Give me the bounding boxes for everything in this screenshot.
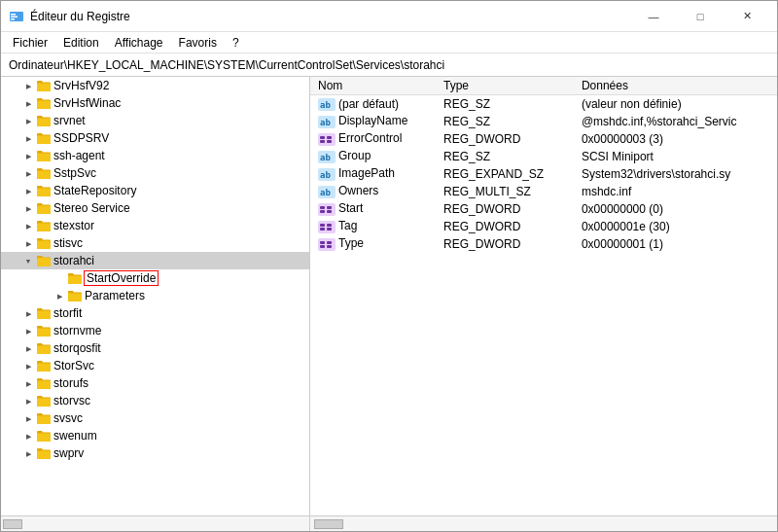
tree-item-storqosfit[interactable]: storqosfit <box>1 339 309 357</box>
expand-icon <box>20 362 36 371</box>
tree-item-stornvme[interactable]: stornvme <box>1 322 309 339</box>
tree-item-storufs[interactable]: storufs <box>1 374 309 392</box>
tree-item-StartOverride[interactable]: StartOverride <box>1 269 309 287</box>
expand-icon <box>20 309 36 318</box>
table-row[interactable]: ErrorControlREG_DWORD0x00000003 (3) <box>310 130 777 148</box>
folder-icon <box>36 306 52 320</box>
window-title: Éditeur du Registre <box>30 10 130 23</box>
table-row[interactable]: TagREG_DWORD0x0000001e (30) <box>310 218 777 235</box>
menu-favoris[interactable]: Favoris <box>171 34 225 52</box>
tree-item-StereoService[interactable]: Stereo Service <box>1 199 309 217</box>
maximize-button[interactable]: □ <box>678 7 723 26</box>
tree-item-stisvc[interactable]: stisvc <box>1 234 309 252</box>
table-row[interactable]: abDisplayNameREG_SZ@mshdc.inf,%storahci_… <box>310 113 777 130</box>
svg-text:ab: ab <box>320 188 331 197</box>
title-bar: Éditeur du Registre — □ ✕ <box>1 1 777 32</box>
title-bar-left: Éditeur du Registre <box>9 9 130 24</box>
svg-rect-31 <box>320 245 325 248</box>
cell-name: abGroup <box>310 148 436 165</box>
cell-data: @mshdc.inf,%storahci_Servic <box>574 113 777 130</box>
cell-data: 0x00000001 (1) <box>574 235 777 253</box>
menu-help[interactable]: ? <box>225 34 247 52</box>
tree-item-stexstor[interactable]: stexstor <box>1 217 309 234</box>
tree-item-storahci[interactable]: storahci <box>1 252 309 269</box>
folder-icon <box>36 149 52 162</box>
svg-rect-10 <box>320 140 325 143</box>
tree-item-svsvc[interactable]: svsvc <box>1 409 309 427</box>
cell-name: abImagePath <box>310 165 436 183</box>
tree-item-ssh-agent[interactable]: ssh-agent <box>1 147 309 164</box>
address-path[interactable]: Ordinateur\HKEY_LOCAL_MACHINE\SYSTEM\Cur… <box>5 58 448 72</box>
svg-text:ab: ab <box>320 170 331 180</box>
expand-icon <box>20 257 36 266</box>
detail-pane[interactable]: Nom Type Données ab(par défaut)REG_SZ(va… <box>310 77 777 515</box>
tree-label: Stereo Service <box>53 201 130 215</box>
tree-item-StateRepository[interactable]: StateRepository <box>1 182 309 199</box>
tree-item-StorSvc[interactable]: StorSvc <box>1 357 309 374</box>
tree-item-SstpSvc[interactable]: SstpSvc <box>1 164 309 182</box>
tree-pane[interactable]: SrvHsfV92 SrvHsfWinac srvnet <box>1 77 310 515</box>
svg-rect-11 <box>327 136 332 139</box>
svg-rect-9 <box>320 136 325 139</box>
horizontal-scrollbar-area <box>1 515 777 531</box>
expand-icon <box>20 449 36 458</box>
table-row[interactable]: abOwnersREG_MULTI_SZmshdc.inf <box>310 183 777 200</box>
menu-fichier[interactable]: Fichier <box>5 34 55 52</box>
cell-name: abOwners <box>310 183 436 200</box>
expand-icon <box>20 432 36 441</box>
folder-icon <box>36 394 52 408</box>
folder-icon <box>36 341 52 355</box>
table-row[interactable]: abGroupREG_SZSCSI Miniport <box>310 148 777 165</box>
table-row[interactable]: abImagePathREG_EXPAND_SZSystem32\drivers… <box>310 165 777 183</box>
hscroll-thumb[interactable] <box>3 519 22 529</box>
tree-hscroll[interactable] <box>1 516 310 531</box>
expand-icon <box>20 117 36 125</box>
folder-icon <box>36 324 52 337</box>
folder-icon <box>36 219 52 232</box>
app-icon <box>9 9 24 24</box>
close-button[interactable]: ✕ <box>725 7 769 26</box>
tree-item-srvnet[interactable]: srvnet <box>1 112 309 129</box>
cell-name: ErrorControl <box>310 130 436 148</box>
table-row[interactable]: StartREG_DWORD0x00000000 (0) <box>310 200 777 218</box>
tree-item-storfit[interactable]: storfit <box>1 304 309 322</box>
hscroll-thumb[interactable] <box>314 519 343 529</box>
tree-item-swprv[interactable]: swprv <box>1 444 309 462</box>
svg-rect-8 <box>318 133 336 146</box>
tree-label: ssh-agent <box>53 149 105 162</box>
tree-label: storahci <box>53 254 94 267</box>
expand-icon <box>20 169 36 178</box>
tree-label: srvnet <box>53 114 86 127</box>
menu-affichage[interactable]: Affichage <box>107 34 171 52</box>
menu-edition[interactable]: Edition <box>55 34 107 52</box>
expand-icon <box>20 187 36 195</box>
cell-data: SCSI Miniport <box>574 148 777 165</box>
detail-hscroll[interactable] <box>310 516 777 531</box>
col-type: Type <box>436 77 574 95</box>
svg-rect-30 <box>320 241 325 244</box>
cell-name: Tag <box>310 218 436 235</box>
registry-table: Nom Type Données ab(par défaut)REG_SZ(va… <box>310 77 777 253</box>
table-row[interactable]: TypeREG_DWORD0x00000001 (1) <box>310 235 777 253</box>
cell-name: ab(par défaut) <box>310 95 436 113</box>
tree-item-Parameters[interactable]: Parameters <box>1 287 309 304</box>
svg-text:ab: ab <box>320 153 331 162</box>
tree-item-SrvHsfWinac[interactable]: SrvHsfWinac <box>1 94 309 112</box>
minimize-button[interactable]: — <box>631 7 676 26</box>
tree-item-SSDPSRV[interactable]: SSDPSRV <box>1 129 309 147</box>
tree-item-storvsc[interactable]: storvsc <box>1 392 309 409</box>
svg-rect-22 <box>327 206 332 209</box>
svg-rect-27 <box>327 224 332 227</box>
expand-icon <box>20 344 36 353</box>
expand-icon <box>20 414 36 423</box>
folder-icon <box>36 236 52 250</box>
folder-icon <box>67 271 83 285</box>
tree-item-SrvHsfV92[interactable]: SrvHsfV92 <box>1 77 309 94</box>
svg-rect-2 <box>11 16 18 18</box>
tree-label: swprv <box>53 446 84 460</box>
tree-item-swenum[interactable]: swenum <box>1 427 309 444</box>
table-row[interactable]: ab(par défaut)REG_SZ(valeur non définie) <box>310 95 777 113</box>
cell-type: REG_SZ <box>436 95 574 113</box>
folder-icon <box>36 166 52 180</box>
svg-rect-33 <box>327 245 332 248</box>
